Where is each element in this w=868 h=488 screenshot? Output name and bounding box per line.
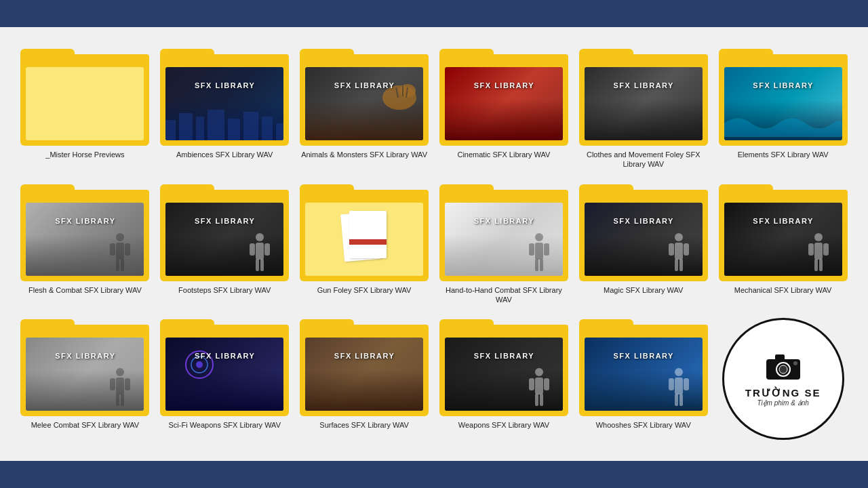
folder-grid: _Mister Horse PreviewsSFX LIBRARY Ambien… (20, 41, 848, 440)
logo-text-line2: Tiệm phim & ảnh (757, 399, 808, 407)
folder-inner: SFX LIBRARY (445, 67, 563, 140)
svg-rect-21 (250, 243, 255, 256)
svg-rect-28 (544, 243, 549, 256)
folder-inner: SFX LIBRARY (165, 67, 283, 140)
sfx-banner-text: SFX LIBRARY (195, 81, 255, 89)
svg-rect-44 (116, 378, 124, 394)
folder-item-hand-to-hand[interactable]: SFX LIBRARY Hand-to-Hand Combat SFX Libr… (439, 176, 568, 305)
folder-item-melee[interactable]: SFX LIBRARY Melee Combat SFX Library WAV (20, 311, 150, 440)
folder-preview: SFX LIBRARY (165, 67, 283, 140)
folder-item-gun-foley[interactable]: Gun Foley SFX Library WAV (300, 176, 429, 305)
folder-icon: SFX LIBRARY (300, 311, 429, 416)
svg-rect-57 (540, 394, 543, 406)
folder-label: Mechanical SFX Library WAV (734, 285, 832, 295)
folder-icon: SFX LIBRARY (20, 311, 149, 416)
svg-point-52 (535, 368, 543, 376)
folder-inner (305, 203, 423, 276)
folder-inner: SFX LIBRARY (445, 338, 563, 411)
folder-inner: SFX LIBRARY (165, 203, 283, 276)
folder-inner: SFX LIBRARY (305, 338, 423, 411)
svg-rect-53 (535, 378, 543, 394)
svg-rect-17 (116, 259, 119, 271)
svg-rect-48 (121, 394, 124, 406)
folder-label: Ambiences SFX Library WAV (176, 150, 273, 159)
folder-label: Melee Combat SFX Library WAV (31, 420, 140, 430)
svg-rect-63 (679, 394, 683, 406)
folder-item-clothes[interactable]: SFX LIBRARYClothes and Movement Foley SF… (578, 41, 708, 169)
main-content: _Mister Horse PreviewsSFX LIBRARY Ambien… (0, 27, 868, 461)
svg-point-13 (116, 233, 124, 241)
svg-rect-32 (675, 243, 683, 260)
svg-rect-33 (669, 243, 674, 256)
svg-rect-23 (256, 259, 259, 271)
svg-rect-14 (116, 243, 124, 260)
sfx-banner-text: SFX LIBRARY (614, 217, 674, 225)
svg-rect-34 (684, 243, 689, 256)
folder-item-logo[interactable]: TRƯỜNG SETiệm phim & ảnh (718, 311, 848, 440)
bottom-bar (0, 461, 868, 488)
svg-rect-7 (276, 123, 283, 140)
svg-rect-3 (208, 110, 224, 140)
folder-label: _Mister Horse Previews (45, 150, 124, 159)
svg-point-25 (535, 233, 543, 241)
folder-inner: SFX LIBRARY (26, 338, 144, 411)
folder-icon: SFX LIBRARY (579, 311, 708, 416)
folder-icon: SFX LIBRARY (719, 41, 848, 146)
svg-point-68 (793, 361, 797, 365)
folder-item-mister-horse[interactable]: _Mister Horse Previews (20, 41, 150, 169)
folder-item-weapons[interactable]: SFX LIBRARY Weapons SFX Library WAV (439, 311, 568, 440)
svg-rect-56 (535, 394, 538, 406)
folder-preview: SFX LIBRARY (445, 338, 563, 411)
svg-rect-27 (529, 243, 534, 256)
svg-rect-60 (669, 378, 674, 390)
folder-item-magic[interactable]: SFX LIBRARY Magic SFX Library WAV (578, 176, 708, 305)
svg-rect-22 (264, 243, 270, 256)
svg-rect-5 (243, 112, 258, 140)
folder-preview: SFX LIBRARY (26, 338, 144, 411)
folder-item-surfaces[interactable]: SFX LIBRARYSurfaces SFX Library WAV (300, 311, 429, 440)
svg-point-31 (675, 233, 683, 241)
sfx-banner-text: SFX LIBRARY (753, 81, 813, 89)
folder-icon: SFX LIBRARY (719, 176, 848, 281)
folder-item-ambiences[interactable]: SFX LIBRARY Ambiences SFX Library WAV (160, 41, 290, 169)
folder-inner: SFX LIBRARY (585, 203, 703, 276)
folder-item-footsteps[interactable]: SFX LIBRARY Footsteps SFX Library WAV (160, 176, 290, 305)
folder-item-flesh[interactable]: SFX LIBRARY Flesh & Combat SFX Library W… (20, 176, 150, 305)
svg-rect-16 (125, 243, 130, 256)
folder-preview: SFX LIBRARY (585, 338, 703, 411)
svg-rect-47 (116, 394, 119, 406)
svg-point-37 (814, 233, 823, 241)
svg-rect-4 (228, 119, 240, 140)
svg-point-58 (675, 368, 683, 376)
svg-rect-29 (535, 259, 538, 271)
svg-rect-24 (260, 259, 264, 271)
folder-label: Flesh & Combat SFX Library WAV (28, 285, 142, 295)
folder-item-animals[interactable]: SFX LIBRARY Animals & Monsters SFX Libra… (300, 41, 429, 169)
sfx-banner-text: SFX LIBRARY (55, 352, 115, 360)
svg-rect-59 (675, 378, 683, 394)
folder-preview: SFX LIBRARY (165, 338, 283, 411)
folder-item-whooshes[interactable]: SFX LIBRARY Whooshes SFX Library WAV (578, 311, 708, 440)
folder-icon: SFX LIBRARY (579, 176, 708, 281)
svg-rect-30 (540, 259, 543, 271)
folder-preview: SFX LIBRARY (26, 203, 144, 276)
sfx-banner-text: SFX LIBRARY (474, 81, 534, 89)
folder-icon: SFX LIBRARY (20, 176, 149, 281)
folder-item-elements[interactable]: SFX LIBRARYElements SFX Library WAV (718, 41, 848, 169)
folder-item-cinematic[interactable]: SFX LIBRARYCinematic SFX Library WAV (439, 41, 568, 169)
folder-icon: SFX LIBRARY (160, 311, 289, 416)
folder-label: Footsteps SFX Library WAV (178, 285, 271, 295)
folder-inner: SFX LIBRARY (585, 67, 703, 140)
sfx-banner-text: SFX LIBRARY (334, 81, 395, 89)
folder-inner (26, 67, 144, 140)
folder-icon: SFX LIBRARY (579, 41, 708, 146)
folder-preview: SFX LIBRARY (165, 203, 283, 276)
sfx-banner-text: SFX LIBRARY (614, 352, 674, 360)
folder-label: Clothes and Movement Foley SFX Library W… (579, 150, 708, 169)
svg-rect-54 (529, 378, 534, 390)
folder-inner: SFX LIBRARY (26, 203, 144, 276)
folder-item-mechanical[interactable]: SFX LIBRARY Mechanical SFX Library WAV (718, 176, 848, 305)
sfx-banner-text: SFX LIBRARY (474, 352, 534, 360)
sfx-banner-text: SFX LIBRARY (474, 217, 534, 225)
folder-item-scifi[interactable]: SFX LIBRARY Sci-Fi Weapons SFX Library W… (160, 311, 290, 440)
